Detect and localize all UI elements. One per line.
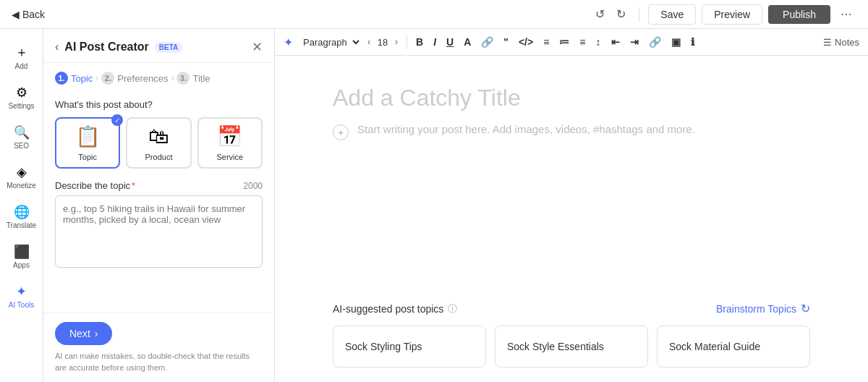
blockquote-button[interactable]: " <box>499 33 513 51</box>
link-button[interactable]: 🔗 <box>477 33 498 51</box>
sidebar-item-label-add: Add <box>15 62 28 70</box>
back-button[interactable]: ◀ Back <box>12 9 45 20</box>
numbered-list-button[interactable]: ≔ <box>555 33 574 51</box>
media-button[interactable]: ▣ <box>667 33 685 51</box>
more-options-button[interactable]: ⋯ <box>836 4 856 24</box>
topic-card-topic[interactable]: ✓ 📋 Topic <box>55 117 120 169</box>
sidebar-item-label-aitools: AI Tools <box>9 301 34 309</box>
topic-card-product[interactable]: 🛍 Product <box>126 117 191 169</box>
aitools-icon: ✦ <box>16 284 27 300</box>
sidebar-item-monetize[interactable]: ◈ Monetize <box>0 158 43 195</box>
next-label: Next <box>69 328 90 339</box>
notes-button[interactable]: ☰ Notes <box>823 37 859 48</box>
undo-button[interactable]: ↺ <box>591 4 609 24</box>
settings-icon: ⚙ <box>16 85 27 101</box>
sidebar-item-add[interactable]: ＋ Add <box>0 38 43 76</box>
preview-button[interactable]: Preview <box>702 4 762 25</box>
publish-button[interactable]: Publish <box>768 5 830 24</box>
topic-card-service[interactable]: 📅 Service <box>197 117 263 169</box>
step-chevron-1: › <box>95 73 98 83</box>
editor-area: ✦ Paragraph ‹ 18 › B I U A 🔗 " </> ≡ ≔ ≡… <box>275 29 868 382</box>
check-icon: ✓ <box>111 114 123 126</box>
line-height-button[interactable]: ↕ <box>592 33 605 51</box>
info-button[interactable]: ℹ <box>686 33 699 51</box>
bullet-list-button[interactable]: ≡ <box>539 33 553 51</box>
top-bar: ◀ Back ↺ ↻ Save Preview Publish ⋯ <box>0 0 868 29</box>
service-icon: 📅 <box>217 124 242 148</box>
steps-bar: 1. Topic › 2. Preferences › 3. Title <box>43 63 274 90</box>
top-bar-left: ◀ Back <box>12 9 45 20</box>
required-indicator: * <box>132 180 135 191</box>
step-preferences-label: Preferences <box>117 73 168 84</box>
product-icon: 🛍 <box>148 124 169 148</box>
ai-suggested-left: AI-suggested post topics ⓘ <box>333 302 457 315</box>
text-color-button[interactable]: A <box>459 33 475 51</box>
suggestion-card-2[interactable]: Sock Material Guide <box>657 326 810 368</box>
toolbar-divider-1 <box>407 35 407 49</box>
editor-content: Add a Catchy Title + Start writing your … <box>275 56 868 287</box>
editor-title[interactable]: Add a Catchy Title <box>333 85 810 111</box>
divider <box>639 7 639 22</box>
sidebar-item-translate[interactable]: 🌐 Translate <box>0 198 43 235</box>
refresh-button[interactable]: ↻ <box>801 302 810 315</box>
hyperlink-button[interactable]: 🔗 <box>644 33 665 51</box>
underline-button[interactable]: U <box>442 33 458 51</box>
sidebar-item-label-seo: SEO <box>14 142 29 150</box>
font-size-up-button[interactable]: › <box>391 34 402 50</box>
indent-increase-button[interactable]: ⇥ <box>626 33 643 51</box>
panel-close-button[interactable]: ✕ <box>252 39 263 55</box>
save-button[interactable]: Save <box>648 4 696 25</box>
panel-header-left: ‹ AI Post Creator BETA <box>55 41 182 54</box>
describe-row: Describe the topic* 2000 <box>55 180 263 191</box>
topic-card-topic-label: Topic <box>78 153 97 161</box>
brainstorm-link[interactable]: Brainstorm Topics <box>716 303 796 315</box>
suggestion-text-0: Sock Styling Tips <box>345 341 422 352</box>
topic-card-product-label: Product <box>145 153 173 161</box>
notes-label: Notes <box>835 37 859 48</box>
ai-format-button[interactable]: ✦ <box>284 35 293 49</box>
step-topic[interactable]: 1. Topic <box>55 72 93 85</box>
sidebar-item-aitools[interactable]: ✦ AI Tools <box>0 278 43 315</box>
step-topic-label: Topic <box>71 73 93 84</box>
undo-redo-group: ↺ ↻ <box>591 4 630 24</box>
step-preferences[interactable]: 2. Preferences <box>101 72 168 85</box>
italic-button[interactable]: I <box>429 33 441 51</box>
suggestion-card-1[interactable]: Sock Style Essentials <box>495 326 648 368</box>
beta-badge: BETA <box>155 42 182 53</box>
suggestion-text-2: Sock Material Guide <box>669 341 760 352</box>
add-content-button[interactable]: + <box>333 124 349 140</box>
describe-textarea[interactable] <box>55 195 263 268</box>
info-icon[interactable]: ⓘ <box>448 302 457 315</box>
step-title-label: Title <box>192 73 210 84</box>
bold-button[interactable]: B <box>412 33 427 51</box>
ai-suggested-row: AI-suggested post topics ⓘ Brainstorm To… <box>333 302 810 315</box>
next-button[interactable]: Next › <box>55 322 112 345</box>
monetize-icon: ◈ <box>17 164 27 180</box>
align-button[interactable]: ≡ <box>575 33 590 51</box>
editor-body-placeholder: Start writing your post here. Add images… <box>357 123 695 135</box>
sidebar-item-seo[interactable]: 🔍 SEO <box>0 119 43 156</box>
sidebar-item-apps[interactable]: ⬛ Apps <box>0 238 43 275</box>
code-button[interactable]: </> <box>514 33 537 51</box>
indent-decrease-button[interactable]: ⇤ <box>607 33 624 51</box>
format-toolbar: ✦ Paragraph ‹ 18 › B I U A 🔗 " </> ≡ ≔ ≡… <box>275 29 868 56</box>
paragraph-select[interactable]: Paragraph <box>297 35 362 50</box>
char-count: 2000 <box>243 181 263 191</box>
ai-panel: ‹ AI Post Creator BETA ✕ 1. Topic › 2. P… <box>43 29 275 382</box>
sidebar-item-settings[interactable]: ⚙ Settings <box>0 79 43 116</box>
step-topic-num: 1. <box>55 72 68 85</box>
sidebar-item-label-translate: Translate <box>7 221 36 229</box>
notes-icon: ☰ <box>823 37 832 48</box>
font-size-down-button[interactable]: ‹ <box>363 34 375 50</box>
ai-disclaimer: AI can make mistakes, so double-check th… <box>55 351 263 373</box>
sidebar-item-label-monetize: Monetize <box>7 182 36 190</box>
editor-body-area: + Start writing your post here. Add imag… <box>333 123 810 140</box>
step-title[interactable]: 3. Title <box>176 72 210 85</box>
panel-title: AI Post Creator <box>64 41 148 54</box>
panel-back-button[interactable]: ‹ <box>55 41 59 54</box>
sidebar-item-label-settings: Settings <box>8 102 34 110</box>
suggestion-card-0[interactable]: Sock Styling Tips <box>333 326 486 368</box>
back-label: Back <box>22 9 45 20</box>
redo-button[interactable]: ↻ <box>612 4 630 24</box>
sidebar-icons: ＋ Add ⚙ Settings 🔍 SEO ◈ Monetize 🌐 Tran… <box>0 29 43 382</box>
